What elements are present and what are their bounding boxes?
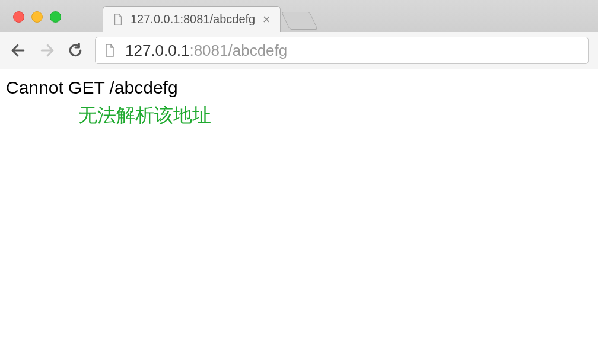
reload-button[interactable]: [66, 41, 84, 59]
forward-button[interactable]: [38, 41, 56, 59]
address-text: 127.0.0.1:8081/abcdefg: [125, 41, 287, 60]
back-button[interactable]: [9, 41, 27, 59]
close-tab-button[interactable]: ×: [261, 14, 272, 25]
close-window-button[interactable]: [13, 11, 24, 23]
address-bar[interactable]: 127.0.0.1:8081/abcdefg: [95, 37, 589, 64]
browser-tab[interactable]: 127.0.0.1:8081/abcdefg ×: [103, 6, 281, 32]
file-icon: [112, 13, 125, 26]
address-host: 127.0.0.1: [125, 41, 189, 60]
maximize-window-button[interactable]: [50, 11, 61, 23]
new-tab-button[interactable]: [281, 12, 318, 30]
navigation-bar: 127.0.0.1:8081/abcdefg: [0, 32, 598, 69]
tab-bar: 127.0.0.1:8081/abcdefg ×: [0, 0, 598, 32]
error-message: Cannot GET /abcdefg: [6, 78, 592, 98]
page-content: Cannot GET /abcdefg 无法解析该地址: [0, 69, 598, 137]
window-controls: [7, 11, 67, 32]
tab-title: 127.0.0.1:8081/abcdefg: [131, 12, 255, 26]
annotation-text: 无法解析该地址: [78, 103, 592, 129]
minimize-window-button[interactable]: [31, 11, 43, 23]
browser-chrome: 127.0.0.1:8081/abcdefg ×: [0, 0, 598, 69]
file-icon: [103, 43, 117, 58]
address-path: :8081/abcdefg: [189, 41, 287, 60]
